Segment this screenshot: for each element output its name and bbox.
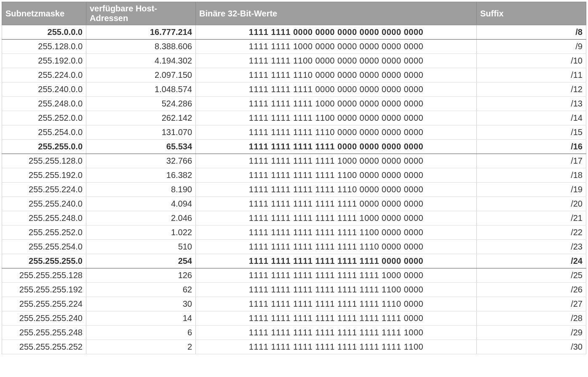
cell-hosts: 14 xyxy=(86,311,196,326)
table-row: 255.248.0.0524.2861111 1111 1111 1000 00… xyxy=(2,97,586,111)
cell-suffix: /26 xyxy=(477,283,586,297)
cell-binary: 1111 1111 1111 1111 1111 1111 0000 0000 xyxy=(196,254,477,268)
cell-suffix: /11 xyxy=(477,68,586,82)
cell-subnet: 255.255.255.240 xyxy=(2,311,86,326)
cell-hosts: 8.190 xyxy=(86,183,196,197)
table-row: 255.255.128.032.7661111 1111 1111 1111 1… xyxy=(2,154,586,168)
cell-subnet: 255.255.255.192 xyxy=(2,283,86,297)
cell-binary: 1111 1111 1111 1000 0000 0000 0000 0000 xyxy=(196,97,477,111)
cell-suffix: /16 xyxy=(477,140,586,154)
table-row: 255.255.0.065.5341111 1111 1111 1111 000… xyxy=(2,140,586,154)
table-row: 255.255.224.08.1901111 1111 1111 1111 11… xyxy=(2,183,586,197)
cell-hosts: 2.097.150 xyxy=(86,68,196,82)
cell-suffix: /20 xyxy=(477,197,586,211)
cell-subnet: 255.255.252.0 xyxy=(2,226,86,240)
cell-binary: 1111 1111 1000 0000 0000 0000 0000 0000 xyxy=(196,40,477,54)
subnet-table: Subnetzmaske verfügbare Host-Adressen Bi… xyxy=(2,2,586,354)
cell-subnet: 255.255.128.0 xyxy=(2,154,86,168)
cell-hosts: 1.022 xyxy=(86,226,196,240)
cell-suffix: /28 xyxy=(477,311,586,326)
cell-subnet: 255.255.224.0 xyxy=(2,183,86,197)
table-header-row: Subnetzmaske verfügbare Host-Adressen Bi… xyxy=(2,2,586,25)
cell-hosts: 126 xyxy=(86,268,196,283)
cell-binary: 1111 1111 1111 1111 1111 1111 1111 0000 xyxy=(196,311,477,326)
table-row: 255.255.255.240141111 1111 1111 1111 111… xyxy=(2,311,586,326)
cell-hosts: 2 xyxy=(86,340,196,354)
cell-suffix: /15 xyxy=(477,125,586,140)
cell-binary: 1111 1111 1111 1111 1111 1110 0000 0000 xyxy=(196,240,477,254)
table-row: 255.0.0.016.777.2141111 1111 0000 0000 0… xyxy=(2,25,586,40)
cell-suffix: /24 xyxy=(477,254,586,268)
cell-suffix: /8 xyxy=(477,25,586,40)
cell-subnet: 255.255.248.0 xyxy=(2,211,86,226)
cell-binary: 1111 1111 1111 1111 1100 0000 0000 0000 xyxy=(196,168,477,183)
cell-binary: 1111 1111 1111 1111 1000 0000 0000 0000 xyxy=(196,154,477,168)
cell-subnet: 255.255.240.0 xyxy=(2,197,86,211)
table-row: 255.240.0.01.048.5741111 1111 1111 0000 … xyxy=(2,82,586,97)
cell-binary: 1111 1111 1111 1111 1111 1100 0000 0000 xyxy=(196,226,477,240)
cell-subnet: 255.240.0.0 xyxy=(2,82,86,97)
table-row: 255.192.0.04.194.3021111 1111 1100 0000 … xyxy=(2,54,586,68)
header-subnet: Subnetzmaske xyxy=(2,2,86,25)
cell-binary: 1111 1111 1111 1111 1111 1111 1100 0000 xyxy=(196,283,477,297)
cell-subnet: 255.255.254.0 xyxy=(2,240,86,254)
cell-suffix: /12 xyxy=(477,82,586,97)
cell-hosts: 262.142 xyxy=(86,111,196,125)
cell-hosts: 4.094 xyxy=(86,197,196,211)
cell-binary: 1111 1111 1111 0000 0000 0000 0000 0000 xyxy=(196,82,477,97)
cell-suffix: /21 xyxy=(477,211,586,226)
table-row: 255.128.0.08.388.6061111 1111 1000 0000 … xyxy=(2,40,586,54)
cell-subnet: 255.255.255.248 xyxy=(2,326,86,340)
cell-subnet: 255.0.0.0 xyxy=(2,25,86,40)
cell-subnet: 255.255.255.252 xyxy=(2,340,86,354)
cell-hosts: 65.534 xyxy=(86,140,196,154)
cell-binary: 1111 1111 1110 0000 0000 0000 0000 0000 xyxy=(196,68,477,82)
cell-hosts: 62 xyxy=(86,283,196,297)
cell-subnet: 255.255.0.0 xyxy=(2,140,86,154)
cell-subnet: 255.224.0.0 xyxy=(2,68,86,82)
cell-subnet: 255.255.255.0 xyxy=(2,254,86,268)
cell-subnet: 255.255.255.224 xyxy=(2,297,86,311)
table-row: 255.255.192.016.3821111 1111 1111 1111 1… xyxy=(2,168,586,183)
cell-hosts: 16.777.214 xyxy=(86,25,196,40)
table-row: 255.255.248.02.0461111 1111 1111 1111 11… xyxy=(2,211,586,226)
table-row: 255.255.240.04.0941111 1111 1111 1111 11… xyxy=(2,197,586,211)
table-row: 255.252.0.0262.1421111 1111 1111 1100 00… xyxy=(2,111,586,125)
header-binary: Binäre 32-Bit-Werte xyxy=(196,2,477,25)
cell-suffix: /14 xyxy=(477,111,586,125)
cell-hosts: 1.048.574 xyxy=(86,82,196,97)
table-row: 255.255.255.25221111 1111 1111 1111 1111… xyxy=(2,340,586,354)
cell-suffix: /9 xyxy=(477,40,586,54)
cell-binary: 1111 1111 1111 1100 0000 0000 0000 0000 xyxy=(196,111,477,125)
cell-binary: 1111 1111 0000 0000 0000 0000 0000 0000 xyxy=(196,25,477,40)
cell-binary: 1111 1111 1100 0000 0000 0000 0000 0000 xyxy=(196,54,477,68)
cell-binary: 1111 1111 1111 1111 1111 1111 1110 0000 xyxy=(196,297,477,311)
cell-suffix: /17 xyxy=(477,154,586,168)
cell-suffix: /27 xyxy=(477,297,586,311)
cell-hosts: 6 xyxy=(86,326,196,340)
cell-suffix: /22 xyxy=(477,226,586,240)
cell-suffix: /10 xyxy=(477,54,586,68)
table-row: 255.224.0.02.097.1501111 1111 1110 0000 … xyxy=(2,68,586,82)
cell-suffix: /30 xyxy=(477,340,586,354)
table-row: 255.255.254.05101111 1111 1111 1111 1111… xyxy=(2,240,586,254)
table-row: 255.255.255.02541111 1111 1111 1111 1111… xyxy=(2,254,586,268)
cell-subnet: 255.255.192.0 xyxy=(2,168,86,183)
cell-hosts: 524.286 xyxy=(86,97,196,111)
header-suffix: Suffix xyxy=(477,2,586,25)
cell-suffix: /19 xyxy=(477,183,586,197)
header-hosts: verfügbare Host-Adressen xyxy=(86,2,196,25)
cell-subnet: 255.254.0.0 xyxy=(2,125,86,140)
cell-suffix: /18 xyxy=(477,168,586,183)
table-row: 255.255.255.192621111 1111 1111 1111 111… xyxy=(2,283,586,297)
cell-suffix: /23 xyxy=(477,240,586,254)
cell-hosts: 32.766 xyxy=(86,154,196,168)
cell-subnet: 255.192.0.0 xyxy=(2,54,86,68)
cell-subnet: 255.252.0.0 xyxy=(2,111,86,125)
table-row: 255.255.255.1281261111 1111 1111 1111 11… xyxy=(2,268,586,283)
cell-binary: 1111 1111 1111 1111 1110 0000 0000 0000 xyxy=(196,183,477,197)
cell-subnet: 255.255.255.128 xyxy=(2,268,86,283)
cell-hosts: 16.382 xyxy=(86,168,196,183)
cell-hosts: 30 xyxy=(86,297,196,311)
cell-suffix: /25 xyxy=(477,268,586,283)
